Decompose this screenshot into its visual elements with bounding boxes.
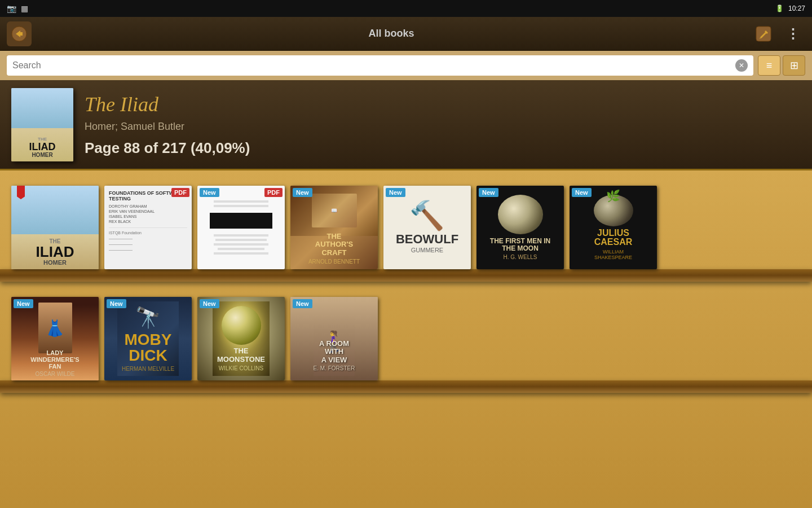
current-book-author: Homer; Samuel Butler	[85, 121, 801, 133]
shelf-floor-2	[0, 380, 812, 393]
book-item[interactable]: New 🔭 MOBYDICK HERMAN MELVILLE	[104, 297, 192, 380]
list-icon: ≡	[766, 60, 773, 72]
book-item[interactable]: New PDF	[197, 186, 285, 269]
new-badge: New	[293, 188, 312, 197]
search-bar: ✕ ≡ ⊞	[0, 51, 812, 80]
book-item[interactable]: New THE FIRST MEN IN THE MOON H. G. WELL…	[476, 186, 564, 269]
shelves-wrapper: THE ILIAD HOMER PDF FOUNDATIONS OF SOFTW…	[0, 170, 812, 508]
grid-icon: ⊞	[790, 59, 798, 72]
book-item[interactable]: New 🔨 BEOWULF GUMMERE	[383, 186, 471, 269]
top-bar: All books ⋮	[0, 17, 812, 51]
battery-icon: 🔋	[775, 5, 784, 12]
clock: 10:27	[788, 5, 805, 12]
edit-icon	[756, 26, 771, 42]
cover-author-text: HOMER	[32, 152, 52, 158]
grid-icon: ▦	[21, 4, 28, 13]
new-badge: New	[572, 188, 592, 197]
book-item[interactable]: New 📖 THEAUTHOR'SCRAFT ARNOLD BENNETT	[290, 186, 378, 269]
pdf-badge: PDF	[171, 188, 189, 197]
list-view-button[interactable]: ≡	[758, 55, 780, 76]
cover-image: THE ILIAD HOMER	[11, 88, 73, 161]
new-badge: New	[14, 299, 33, 308]
top-actions: ⋮	[751, 21, 805, 46]
new-badge: New	[293, 299, 312, 308]
more-button[interactable]: ⋮	[780, 21, 805, 46]
current-book-cover: THE ILIAD HOMER	[11, 88, 73, 161]
cover-title-text: ILIAD	[29, 142, 56, 152]
book-item[interactable]: New 🌿 JULIUSCAESAR WILLIAMSHAKESPEARE	[570, 186, 657, 269]
search-input-wrap[interactable]: ✕	[7, 55, 753, 76]
shelf-row-1: THE ILIAD HOMER PDF FOUNDATIONS OF SOFTW…	[0, 170, 812, 269]
status-icons-left: 📷 ▦	[7, 4, 28, 13]
shelf-row-2: New 👗 LADYWINDERMERE'SFAN OSCAR WILDE Ne…	[0, 282, 812, 380]
pdf-badge: PDF	[264, 188, 283, 197]
back-button[interactable]	[7, 21, 32, 46]
book-item[interactable]: New 🚶‍♀️ A ROOMWITHA VIEW E. M. FORSTER	[290, 297, 378, 380]
edit-button[interactable]	[751, 21, 776, 46]
current-book-banner[interactable]: THE ILIAD HOMER The Iliad Homer; Samuel …	[0, 80, 812, 170]
search-input[interactable]	[12, 60, 735, 71]
book-item[interactable]: New THEMOONSTONE WILKIE COLLINS	[197, 297, 285, 380]
current-book-info: The Iliad Homer; Samuel Butler Page 88 o…	[85, 93, 801, 157]
book-item[interactable]: PDF FOUNDATIONS OF SOFTWARE TESTING DORO…	[104, 186, 192, 269]
search-clear-button[interactable]: ✕	[735, 59, 748, 72]
current-book-title: The Iliad	[85, 93, 801, 116]
new-badge: New	[479, 188, 498, 197]
book-item[interactable]: THE ILIAD HOMER	[11, 186, 99, 269]
status-icons-right: 🔋 10:27	[775, 5, 805, 12]
new-badge: New	[200, 299, 219, 308]
back-icon	[11, 26, 27, 42]
page-title: All books	[38, 28, 744, 40]
status-bar: 📷 ▦ 🔋 10:27	[0, 0, 812, 17]
current-book-progress: Page 88 of 217 (40,09%)	[85, 139, 801, 157]
view-toggle: ≡ ⊞	[758, 55, 805, 76]
clear-icon: ✕	[739, 62, 744, 69]
new-badge: New	[107, 299, 126, 308]
main-content: THE ILIAD HOMER PDF FOUNDATIONS OF SOFTW…	[0, 170, 812, 508]
shelf-floor-1	[0, 269, 812, 282]
more-icon: ⋮	[786, 26, 800, 42]
new-badge: New	[386, 188, 405, 197]
new-badge: New	[200, 188, 219, 197]
camera-icon: 📷	[7, 4, 16, 13]
book-item[interactable]: New 👗 LADYWINDERMERE'SFAN OSCAR WILDE	[11, 297, 99, 380]
grid-view-button[interactable]: ⊞	[783, 55, 805, 76]
